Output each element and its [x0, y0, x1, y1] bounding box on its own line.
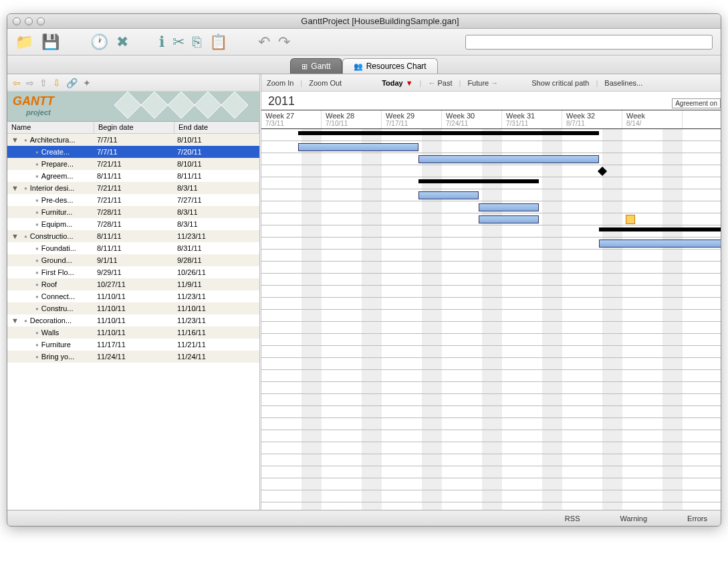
task-begin: 11/24/11 [94, 353, 174, 361]
undo-icon[interactable]: ↶ [258, 33, 270, 51]
tab-gantt[interactable]: ⊞Gantt [290, 58, 342, 74]
milestone-diamond[interactable] [598, 167, 607, 176]
task-row[interactable]: ▼●Architectura...7/7/118/10/11 [7, 134, 259, 146]
week-cell: Week8/14/ [622, 110, 683, 128]
task-end: 11/16/11 [174, 328, 259, 337]
task-begin: 7/21/11 [94, 196, 174, 204]
delete-icon[interactable]: ✖ [116, 33, 128, 51]
task-begin: 11/17/11 [94, 341, 174, 349]
task-begin: 11/10/11 [94, 328, 174, 337]
minimize-button[interactable] [25, 17, 33, 25]
task-bar[interactable] [298, 143, 418, 151]
disclosure-icon[interactable]: ▼ [11, 316, 19, 324]
future-button[interactable]: Future → [467, 79, 498, 87]
task-begin: 10/27/11 [94, 280, 174, 288]
task-row[interactable]: ▼●Decoration...11/10/1111/23/11 [7, 314, 259, 326]
paste-icon[interactable]: 📋 [209, 33, 227, 51]
task-row[interactable]: ●Roof10/27/1111/9/11 [7, 278, 259, 290]
disclosure-icon[interactable]: ▼ [11, 232, 19, 240]
task-row[interactable]: ●Walls11/10/1111/16/11 [7, 326, 259, 339]
task-row[interactable]: ●Create...7/7/117/20/11 [7, 146, 259, 158]
task-end: 7/20/11 [174, 148, 259, 156]
redo-icon[interactable]: ↷ [278, 33, 290, 51]
task-name: Pre-des... [41, 196, 74, 204]
task-end: 11/24/11 [174, 353, 259, 361]
nav-forward-icon[interactable]: ⇨ [26, 78, 34, 88]
open-icon[interactable]: 📁 [15, 33, 33, 51]
gantt-chart[interactable] [261, 129, 721, 510]
tab-resources[interactable]: 👥Resources Chart [342, 58, 438, 74]
bullet-icon: ● [35, 354, 39, 360]
task-row[interactable]: ●Pre-des...7/21/117/27/11 [7, 194, 259, 206]
task-row[interactable]: ●Agreem...8/11/118/11/11 [7, 170, 259, 182]
week-cell: Week 297/17/11 [382, 110, 442, 128]
task-row[interactable]: ●Furniture11/17/1111/21/11 [7, 339, 259, 351]
task-row[interactable]: ●Equipm...7/28/118/3/11 [7, 218, 259, 230]
column-end[interactable]: End date [174, 122, 259, 133]
nav-up-icon[interactable]: ⇧ [39, 78, 47, 88]
cut-icon[interactable]: ✂ [172, 33, 185, 51]
task-begin: 8/11/11 [94, 244, 174, 252]
copy-icon[interactable]: ⎘ [193, 33, 201, 51]
link-icon[interactable]: 🔗 [66, 78, 78, 88]
note-icon[interactable] [626, 215, 635, 224]
status-warning[interactable]: Warning [620, 514, 647, 523]
task-name: Furniture [41, 341, 71, 349]
task-row[interactable]: ●Constru...11/10/1111/10/11 [7, 302, 259, 314]
task-row[interactable]: ●Ground...9/1/119/28/11 [7, 254, 259, 266]
task-row[interactable]: ●Connect...11/10/1111/23/11 [7, 290, 259, 302]
zoom-out-button[interactable]: Zoom Out [309, 79, 342, 87]
task-name: Equipm... [41, 220, 72, 228]
save-icon[interactable]: 💾 [41, 33, 59, 51]
task-bar[interactable] [479, 203, 539, 211]
task-end: 7/27/11 [174, 196, 259, 204]
task-bar[interactable] [599, 240, 721, 248]
chart-row [261, 225, 721, 238]
task-end: 8/3/11 [174, 220, 259, 228]
task-bar[interactable] [479, 215, 539, 223]
chart-row [261, 153, 721, 165]
task-bar[interactable] [418, 191, 479, 199]
chart-row [261, 334, 721, 346]
task-name: Prepare... [41, 160, 74, 168]
status-errors[interactable]: Errors [687, 514, 707, 523]
chart-row [261, 165, 721, 177]
banner-logo: GANTT project [7, 92, 259, 122]
unlink-icon[interactable]: ✦ [83, 78, 91, 88]
task-row[interactable]: ●Furnitur...7/28/118/3/11 [7, 206, 259, 218]
bullet-icon: ● [35, 330, 39, 336]
column-name[interactable]: Name [7, 122, 94, 133]
search-input[interactable] [465, 35, 713, 50]
summary-bar[interactable] [599, 227, 721, 231]
chart-row [261, 201, 721, 213]
task-row[interactable]: ▼●Constructio...8/11/1111/23/11 [7, 230, 259, 242]
clock-icon[interactable]: 🕐 [90, 33, 108, 51]
nav-down-icon[interactable]: ⇩ [53, 78, 61, 88]
task-name: Ground... [41, 256, 72, 264]
disclosure-icon[interactable]: ▼ [11, 184, 19, 192]
nav-back-icon[interactable]: ⇦ [13, 78, 21, 88]
task-bar[interactable] [418, 155, 599, 163]
baselines-button[interactable]: Baselines... [604, 79, 642, 87]
zoom-button[interactable] [37, 17, 45, 25]
summary-bar[interactable] [418, 179, 539, 183]
task-tree[interactable]: ▼●Architectura...7/7/118/10/11●Create...… [7, 134, 259, 510]
task-row[interactable]: ▼●Interior desi...7/21/118/3/11 [7, 182, 259, 194]
critical-path-button[interactable]: Show critical path [531, 79, 589, 87]
today-button[interactable]: Today ▼ [382, 79, 412, 87]
column-begin[interactable]: Begin date [94, 122, 174, 133]
task-row[interactable]: ●Foundati...8/11/118/31/11 [7, 242, 259, 254]
zoom-in-button[interactable]: Zoom In [267, 79, 293, 87]
task-row[interactable]: ●Bring yo...11/24/1111/24/11 [7, 351, 259, 363]
disclosure-icon[interactable]: ▼ [11, 136, 19, 144]
task-row[interactable]: ●Prepare...7/21/118/10/11 [7, 158, 259, 170]
past-button[interactable]: ← Past [428, 79, 452, 87]
task-begin: 11/10/11 [94, 316, 174, 324]
chart-row [261, 141, 721, 153]
info-icon[interactable]: ℹ [159, 33, 164, 51]
task-end: 9/28/11 [174, 256, 259, 264]
task-row[interactable]: ●First Flo...9/29/1110/26/11 [7, 266, 259, 278]
status-rss[interactable]: RSS [565, 514, 580, 523]
close-button[interactable] [13, 17, 21, 25]
summary-bar[interactable] [298, 131, 599, 135]
